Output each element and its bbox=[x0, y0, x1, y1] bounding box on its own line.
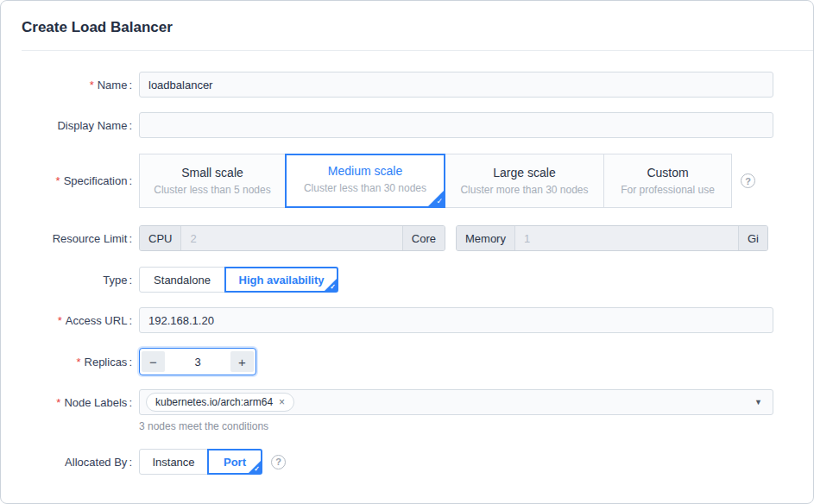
plus-icon: + bbox=[238, 356, 246, 369]
field-row-node-labels: *Node Labels: kubernetes.io/arch:arm64 ×… bbox=[22, 389, 773, 432]
memory-limit-input[interactable] bbox=[515, 226, 738, 250]
field-row-resource-limit: Resource Limit: CPU Core Memory Gi bbox=[22, 225, 773, 251]
decrement-button[interactable]: − bbox=[142, 351, 165, 372]
name-input[interactable] bbox=[139, 72, 773, 98]
chevron-down-icon: ▼ bbox=[754, 398, 762, 406]
specification-help-icon[interactable]: ? bbox=[741, 173, 755, 188]
type-option-standalone[interactable]: Standalone bbox=[139, 267, 225, 293]
minus-icon: − bbox=[149, 356, 157, 369]
allocated-by-help-icon[interactable]: ? bbox=[271, 455, 286, 469]
node-labels-help-text: 3 nodes meet the conditions bbox=[139, 420, 773, 432]
required-marker: * bbox=[56, 396, 60, 409]
required-marker: * bbox=[90, 79, 94, 91]
node-labels-label: *Node Labels: bbox=[22, 389, 139, 409]
replicas-label: *Replicas: bbox=[22, 356, 139, 369]
dialog-header: Create Load Balancer bbox=[1, 1, 813, 51]
name-label: *Name: bbox=[22, 79, 139, 91]
required-marker: * bbox=[76, 356, 80, 369]
field-row-name: *Name: bbox=[22, 72, 773, 98]
page-title: Create Load Balancer bbox=[22, 19, 173, 36]
load-balancer-form: *Name: Display Name: *Specification: bbox=[1, 51, 813, 475]
header-divider bbox=[22, 50, 813, 51]
field-row-access-url: *Access URL: bbox=[22, 307, 773, 333]
allocated-by-label: Allocated By: bbox=[22, 456, 139, 469]
display-name-label: Display Name: bbox=[22, 119, 139, 132]
field-row-allocated-by: Allocated By: Instance Port ✓ ? bbox=[22, 449, 773, 475]
check-icon: ✓ bbox=[436, 197, 443, 206]
display-name-input[interactable] bbox=[139, 112, 773, 138]
node-label-tag: kubernetes.io/arch:arm64 × bbox=[146, 393, 294, 412]
allocated-by-option-port[interactable]: Port ✓ bbox=[207, 449, 262, 475]
cpu-unit: Core bbox=[402, 226, 445, 250]
name-control bbox=[139, 72, 773, 98]
field-row-specification: *Specification: Small scale Cluster less… bbox=[22, 154, 773, 208]
spec-card-large-scale[interactable]: Large scale Cluster more than 30 nodes bbox=[445, 154, 604, 208]
access-url-label: *Access URL: bbox=[22, 314, 139, 327]
type-label: Type: bbox=[22, 274, 139, 287]
node-labels-control: kubernetes.io/arch:arm64 × ▼ 3 nodes mee… bbox=[139, 389, 773, 432]
spec-card-custom[interactable]: Custom For professional use bbox=[603, 154, 732, 208]
field-row-display-name: Display Name: bbox=[22, 112, 773, 138]
memory-unit: Gi bbox=[738, 226, 767, 250]
check-icon: ✓ bbox=[254, 465, 260, 473]
resource-limit-control: CPU Core Memory Gi bbox=[139, 225, 773, 251]
allocated-by-control: Instance Port ✓ ? bbox=[139, 449, 773, 475]
field-row-type: Type: Standalone High availability ✓ bbox=[22, 267, 773, 293]
specification-control: Small scale Cluster less than 5 nodes Me… bbox=[139, 154, 773, 208]
check-icon: ✓ bbox=[330, 283, 336, 291]
memory-limit-group: Memory Gi bbox=[456, 225, 768, 251]
cpu-limit-input[interactable] bbox=[181, 226, 401, 250]
type-control: Standalone High availability ✓ bbox=[139, 267, 773, 293]
remove-tag-icon[interactable]: × bbox=[279, 397, 285, 407]
replicas-control: − 3 + bbox=[139, 348, 773, 375]
replicas-stepper: − 3 + bbox=[139, 348, 256, 375]
spec-card-small-scale[interactable]: Small scale Cluster less than 5 nodes bbox=[139, 154, 286, 208]
node-labels-select[interactable]: kubernetes.io/arch:arm64 × ▼ bbox=[139, 389, 773, 415]
cpu-prefix: CPU bbox=[140, 226, 181, 250]
type-option-high-availability[interactable]: High availability ✓ bbox=[224, 267, 338, 293]
specification-label: *Specification: bbox=[22, 174, 139, 187]
allocated-by-option-instance[interactable]: Instance bbox=[139, 449, 208, 475]
required-marker: * bbox=[58, 314, 62, 327]
display-name-control bbox=[139, 112, 773, 138]
memory-prefix: Memory bbox=[457, 226, 515, 250]
access-url-control bbox=[139, 307, 773, 333]
replicas-value[interactable]: 3 bbox=[165, 356, 230, 369]
specification-cards: Small scale Cluster less than 5 nodes Me… bbox=[139, 154, 732, 208]
spec-card-medium-scale[interactable]: Medium scale Cluster less than 30 nodes … bbox=[285, 154, 445, 208]
field-row-replicas: *Replicas: − 3 + bbox=[22, 348, 773, 375]
create-load-balancer-dialog: Create Load Balancer *Name: Display Name… bbox=[0, 0, 814, 504]
resource-limit-label: Resource Limit: bbox=[22, 232, 139, 245]
cpu-limit-group: CPU Core bbox=[139, 225, 445, 251]
increment-button[interactable]: + bbox=[230, 351, 254, 372]
access-url-input[interactable] bbox=[139, 307, 773, 333]
required-marker: * bbox=[56, 174, 60, 187]
